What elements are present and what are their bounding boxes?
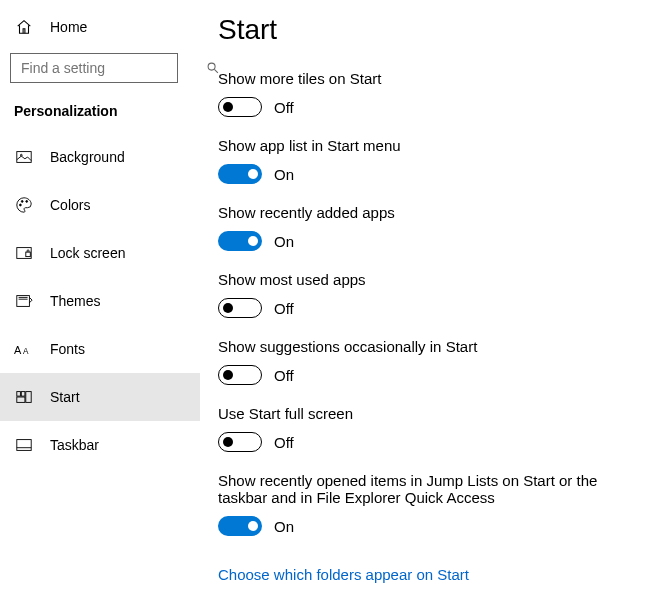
setting-item: Show more tiles on StartOff [218,70,640,117]
search-icon [206,61,220,75]
setting-label: Show suggestions occasionally in Start [218,338,640,355]
nav-home-label: Home [50,19,87,35]
search-box[interactable] [10,53,178,83]
search-wrap [10,53,188,83]
svg-rect-14 [17,397,25,402]
fonts-icon: A A [14,339,34,359]
toggle-state-text: On [274,518,294,535]
setting-item: Show recently opened items in Jump Lists… [218,472,640,536]
search-input[interactable] [11,60,206,76]
toggle-switch[interactable] [218,432,262,452]
lock-screen-icon [14,243,34,263]
nav-home[interactable]: Home [0,3,200,51]
toggle-switch[interactable] [218,231,262,251]
svg-point-3 [20,204,22,206]
setting-item: Show recently added appsOn [218,204,640,251]
sidebar-item-label: Background [50,149,125,165]
svg-rect-7 [26,252,31,257]
svg-point-2 [20,154,22,156]
toggle-state-text: Off [274,99,294,116]
setting-label: Show app list in Start menu [218,137,640,154]
sidebar-item-label: Lock screen [50,245,125,261]
setting-item: Show suggestions occasionally in StartOf… [218,338,640,385]
toggle-switch[interactable] [218,365,262,385]
toggle-state-text: On [274,233,294,250]
svg-point-5 [26,201,28,203]
setting-label: Show most used apps [218,271,640,288]
sidebar-item-themes[interactable]: Themes [0,277,200,325]
sidebar-item-label: Taskbar [50,437,99,453]
toggle-state-text: On [274,166,294,183]
toggle-state-text: Off [274,300,294,317]
home-icon [14,17,34,37]
svg-text:A: A [23,347,29,356]
toggle-switch[interactable] [218,164,262,184]
setting-label: Use Start full screen [218,405,640,422]
svg-rect-15 [17,440,31,451]
setting-label: Show recently added apps [218,204,640,221]
page-title: Start [218,14,640,46]
themes-icon [14,291,34,311]
toggle-switch[interactable] [218,97,262,117]
svg-text:A: A [14,344,22,356]
taskbar-icon [14,435,34,455]
colors-icon [14,195,34,215]
svg-rect-1 [17,152,31,163]
sidebar-item-label: Fonts [50,341,85,357]
sidebar-item-background[interactable]: Background [0,133,200,181]
svg-rect-13 [26,392,31,403]
sidebar-item-lock-screen[interactable]: Lock screen [0,229,200,277]
setting-label: Show recently opened items in Jump Lists… [218,472,640,506]
sidebar-item-fonts[interactable]: A A Fonts [0,325,200,373]
sidebar-item-colors[interactable]: Colors [0,181,200,229]
setting-item: Use Start full screenOff [218,405,640,452]
toggle-state-text: Off [274,434,294,451]
background-icon [14,147,34,167]
start-icon [14,387,34,407]
toggle-state-text: Off [274,367,294,384]
sidebar: Home Personalization Background C [0,0,200,606]
svg-point-4 [21,201,23,203]
toggle-switch[interactable] [218,298,262,318]
sidebar-item-label: Colors [50,197,90,213]
sidebar-item-label: Start [50,389,80,405]
folders-link[interactable]: Choose which folders appear on Start [218,566,469,583]
toggle-switch[interactable] [218,516,262,536]
svg-point-0 [208,63,215,70]
sidebar-item-start[interactable]: Start [0,373,200,421]
setting-item: Show most used appsOff [218,271,640,318]
main-panel: Start Show more tiles on StartOffShow ap… [200,0,650,606]
setting-item: Show app list in Start menuOn [218,137,640,184]
setting-label: Show more tiles on Start [218,70,640,87]
sidebar-item-label: Themes [50,293,101,309]
svg-rect-11 [17,392,21,397]
category-title: Personalization [0,89,200,133]
svg-rect-12 [21,392,25,397]
sidebar-item-taskbar[interactable]: Taskbar [0,421,200,469]
